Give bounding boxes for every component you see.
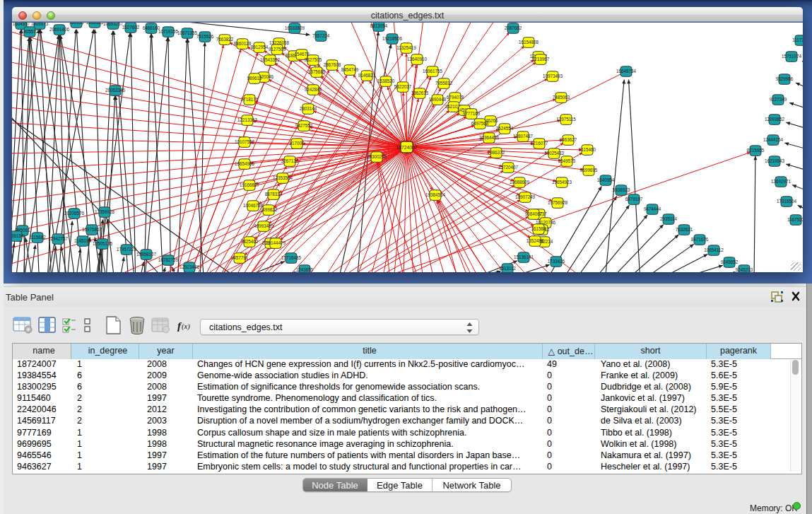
svg-text:1117352: 1117352	[792, 37, 803, 42]
svg-text:20364436: 20364436	[479, 135, 500, 140]
svg-text:20206576: 20206576	[64, 211, 85, 216]
svg-text:19654923: 19654923	[552, 180, 572, 185]
svg-text:8878334: 8878334	[265, 192, 283, 197]
svg-text:7515526: 7515526	[196, 34, 214, 39]
svg-text:9127509: 9127509	[269, 47, 286, 52]
svg-text:3375685: 3375685	[308, 69, 326, 74]
svg-text:2087682: 2087682	[505, 25, 522, 30]
svg-text:9245213: 9245213	[736, 267, 753, 272]
svg-text:10671355: 10671355	[177, 30, 198, 35]
svg-text:7825402: 7825402	[241, 239, 259, 244]
svg-text:7357224: 7357224	[312, 33, 330, 38]
svg-text:10653257: 10653257	[103, 23, 124, 26]
svg-text:16210643: 16210643	[765, 158, 785, 163]
svg-text:1640954: 1640954	[597, 177, 615, 182]
svg-text:(x): (x)	[182, 322, 190, 331]
svg-text:16648784: 16648784	[616, 69, 637, 74]
svg-text:6216077: 6216077	[531, 141, 548, 146]
svg-text:9146821: 9146821	[358, 73, 376, 78]
svg-text:6794078: 6794078	[447, 95, 464, 100]
svg-text:19144479: 19144479	[266, 240, 286, 245]
svg-text:1213967: 1213967	[532, 57, 550, 62]
svg-text:989612: 989612	[247, 76, 262, 81]
svg-text:7986372: 7986372	[488, 150, 505, 155]
svg-text:10975867: 10975867	[82, 227, 102, 232]
svg-text:1499822: 1499822	[260, 207, 278, 212]
svg-text:19218506: 19218506	[382, 36, 403, 41]
svg-text:17016504: 17016504	[777, 199, 797, 204]
svg-text:10807487: 10807487	[513, 134, 534, 139]
svg-text:9227349: 9227349	[770, 97, 787, 102]
svg-text:1352488: 1352488	[526, 238, 544, 243]
svg-text:13640910: 13640910	[407, 57, 428, 62]
svg-text:16961755: 16961755	[423, 69, 443, 74]
svg-text:9084067: 9084067	[525, 211, 543, 216]
svg-text:6497568: 6497568	[471, 121, 489, 126]
svg-text:9327505: 9327505	[305, 57, 322, 62]
svg-text:2803144: 2803144	[300, 106, 317, 111]
svg-text:12444154: 12444154	[763, 137, 784, 142]
svg-text:15136141: 15136141	[514, 255, 534, 259]
svg-text:8454749: 8454749	[341, 67, 359, 72]
svg-text:17359928: 17359928	[95, 209, 115, 214]
svg-text:2935114: 2935114	[660, 216, 678, 221]
svg-text:1538520: 1538520	[377, 78, 395, 83]
svg-text:1527602: 1527602	[122, 25, 140, 30]
svg-text:15751074: 15751074	[782, 54, 802, 59]
svg-text:9427552: 9427552	[295, 123, 313, 128]
svg-text:8215955: 8215955	[747, 148, 765, 153]
svg-text:9457791: 9457791	[231, 255, 249, 260]
svg-text:3267130: 3267130	[281, 158, 299, 163]
svg-text:10107553: 10107553	[235, 139, 255, 144]
svg-text:12975115: 12975115	[556, 117, 576, 122]
svg-text:7663822: 7663822	[216, 37, 234, 42]
svg-text:8912954: 8912954	[251, 45, 269, 49]
svg-text:2718176: 2718176	[241, 97, 259, 102]
svg-text:6879197: 6879197	[625, 197, 643, 201]
svg-text:1513112: 1513112	[499, 266, 517, 271]
svg-text:16033809: 16033809	[285, 25, 305, 30]
svg-text:10688609: 10688609	[510, 180, 530, 185]
svg-text:9245652: 9245652	[721, 259, 739, 264]
svg-text:1085325: 1085325	[86, 23, 104, 25]
svg-text:19166827: 19166827	[240, 182, 260, 187]
svg-text:10025433: 10025433	[544, 151, 565, 156]
svg-text:12213363: 12213363	[237, 117, 258, 122]
svg-text:16154808: 16154808	[519, 40, 539, 45]
svg-text:3624554: 3624554	[496, 126, 514, 131]
svg-text:5322037: 5322037	[394, 84, 412, 89]
svg-text:160553: 160553	[69, 23, 84, 25]
svg-text:1243655: 1243655	[296, 267, 314, 272]
svg-text:9474444: 9474444	[644, 206, 661, 211]
svg-text:8860128: 8860128	[234, 41, 252, 46]
svg-text:1549575: 1549575	[558, 158, 576, 163]
svg-text:15720407: 15720407	[498, 165, 519, 170]
svg-text:10654112: 10654112	[704, 247, 724, 252]
svg-text:18907249: 18907249	[515, 194, 536, 199]
svg-text:19384554: 19384554	[425, 192, 446, 197]
svg-text:12505135: 12505135	[93, 241, 113, 246]
svg-text:7485063: 7485063	[553, 95, 570, 100]
svg-text:12353594: 12353594	[273, 175, 293, 180]
svg-text:10958107: 10958107	[136, 252, 157, 257]
svg-text:7955812: 7955812	[435, 81, 453, 86]
svg-text:9329966: 9329966	[776, 76, 794, 81]
svg-text:11325419: 11325419	[396, 45, 416, 50]
svg-text:9242848: 9242848	[305, 87, 322, 92]
svg-text:15716485: 15716485	[281, 255, 302, 260]
svg-text:917006: 917006	[289, 141, 305, 146]
svg-text:9699695: 9699695	[580, 168, 598, 173]
svg-text:12942757: 12942757	[48, 236, 69, 241]
svg-text:18300295: 18300295	[367, 154, 387, 159]
svg-text:1405572: 1405572	[21, 29, 39, 34]
svg-text:12923446: 12923446	[180, 264, 200, 269]
svg-text:8813054: 8813054	[370, 23, 388, 28]
svg-text:1362615: 1362615	[411, 90, 429, 95]
svg-text:17957223: 17957223	[117, 247, 137, 252]
svg-text:1990448: 1990448	[429, 97, 447, 102]
svg-text:16543392: 16543392	[260, 57, 281, 62]
svg-text:18724007: 18724007	[396, 145, 417, 150]
svg-text:9463627: 9463627	[560, 137, 577, 142]
svg-text:5938923: 5938923	[613, 187, 630, 192]
svg-text:2867608: 2867608	[324, 62, 341, 67]
